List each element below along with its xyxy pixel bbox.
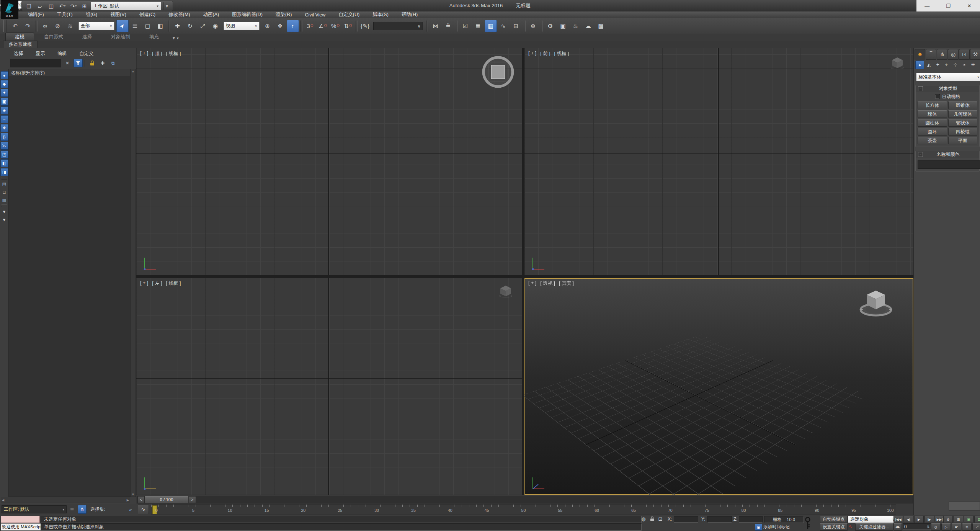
primitive-box-button[interactable]: 长方体	[918, 101, 947, 109]
panel-tab-motion[interactable]: ◎	[948, 49, 959, 60]
viewcube[interactable]	[858, 288, 893, 319]
manage-layers-button[interactable]: ≣	[472, 20, 484, 32]
ribbon-tab-selection[interactable]: 选择	[73, 33, 101, 41]
viewport-menu-icon[interactable]: [ + ]	[528, 280, 536, 287]
snap-toggle-3d[interactable]: 3Ω	[304, 20, 316, 32]
qat-customize-button[interactable]: ▾	[163, 2, 170, 10]
menu-edit[interactable]: 编辑(E)	[21, 11, 51, 18]
ribbon-tab-populate[interactable]: 填充	[140, 33, 168, 41]
menu-scripting[interactable]: 脚本(S)	[366, 11, 395, 18]
clear-search-icon[interactable]: ✕	[63, 59, 72, 67]
viewport-view-label[interactable]: [ 左 ]	[152, 280, 162, 287]
maxscript-listener-field[interactable]: 欢迎使用 MAXScript	[1, 523, 41, 531]
open-rendered-image-button[interactable]: ▩	[595, 20, 607, 32]
use-pivot-point-center-button[interactable]: ⊕	[261, 20, 274, 32]
viewport-shading-label[interactable]: [ 真实 ]	[559, 280, 574, 287]
viewport-menu-icon[interactable]: [ + ]	[528, 51, 536, 57]
viewport-perspective[interactable]: [ + ] [ 透视 ] [ 真实 ]	[524, 278, 913, 495]
ribbon-panel-polygon-modeling[interactable]: 多边形建模	[3, 41, 38, 48]
primitive-category-dropdown[interactable]: 标准基本体∨	[916, 73, 980, 81]
subtab-systems[interactable]: ✳	[969, 60, 977, 69]
macro-recorder-field[interactable]	[1, 516, 40, 523]
play-animation-button[interactable]: ▶	[914, 516, 924, 523]
select-and-manipulate-button[interactable]: ❖	[274, 20, 286, 32]
add-time-tag-button[interactable]: 添加时间标记	[763, 524, 804, 530]
primitive-pyramid-button[interactable]: 四棱锥	[948, 128, 978, 136]
display-bones-toggle[interactable]: ⋋	[0, 142, 8, 150]
application-menu-button[interactable]: MAX	[1, 0, 18, 19]
new-file-button[interactable]: ❏	[24, 2, 34, 10]
workspace-dropdown[interactable]: 工作区: 默认▾	[91, 2, 161, 10]
key-filters-button[interactable]: 关键点过滤器...	[855, 523, 893, 531]
open-file-button[interactable]: ▱	[35, 2, 45, 10]
display-groups-toggle[interactable]: ❖	[0, 124, 8, 132]
filter-combinations-button[interactable]: ▼	[1, 208, 8, 215]
primitive-tube-button[interactable]: 管状体	[948, 119, 978, 127]
rendered-frame-window-button[interactable]: ▣	[557, 20, 569, 32]
selection-filter-dropdown[interactable]: 全部∨	[78, 22, 114, 30]
viewport-top[interactable]: [ + ] [ 顶 ] [ 线框 ]	[136, 48, 522, 275]
select-object-button[interactable]: ➤	[116, 20, 129, 32]
menu-civil-view[interactable]: Civil View	[298, 11, 332, 18]
percent-snap-toggle[interactable]: %Ω	[329, 20, 341, 32]
display-none-button[interactable]: ▤	[1, 180, 8, 188]
primitive-torus-button[interactable]: 圆环	[918, 128, 947, 136]
display-xrefs-toggle[interactable]: {}	[0, 133, 8, 141]
display-spacewarps-toggle[interactable]: ≈	[0, 115, 8, 123]
undo-qat-button[interactable]: ↶▾	[57, 2, 67, 10]
collapse-icon[interactable]: −	[918, 86, 923, 91]
ribbon-tab-modeling[interactable]: 建模	[5, 33, 34, 41]
viewcube[interactable]	[498, 285, 513, 298]
keyboard-shortcut-override-toggle[interactable]: ↑	[287, 20, 299, 32]
viewport-menu-icon[interactable]: [ + ]	[140, 51, 148, 57]
pick-add-icon[interactable]: ✚	[98, 59, 107, 67]
next-frame-button[interactable]: |▶	[924, 516, 934, 523]
subtab-lights[interactable]: ✦	[934, 60, 942, 69]
panel-scroll-grip[interactable]	[949, 502, 980, 511]
explorer-column-header[interactable]: 名称(按升序排序)	[8, 69, 136, 77]
time-slider-track[interactable]	[137, 496, 913, 503]
bind-to-space-warp-button[interactable]: ≋	[64, 20, 77, 32]
go-to-start-button[interactable]: |◀◀	[893, 516, 903, 523]
scroll-up-icon[interactable]: ▲	[131, 69, 136, 74]
select-children-icon[interactable]: ⧉	[109, 59, 117, 67]
panel-tab-modify[interactable]: ⌒	[926, 49, 936, 60]
primitive-cone-button[interactable]: 圆锥体	[948, 101, 978, 109]
current-frame-field[interactable]: 0⇅	[903, 523, 931, 530]
time-configuration-button[interactable]: ◷	[931, 523, 941, 531]
selection-lock-toggle[interactable]	[648, 516, 655, 522]
application-menu-caret-icon[interactable]: ▾	[18, 7, 20, 11]
display-containers-toggle[interactable]: ◰	[0, 150, 8, 158]
next-frame-arrow[interactable]: >	[189, 496, 196, 503]
rollout-header[interactable]: − 名称和颜色	[916, 151, 979, 158]
collapse-icon[interactable]: −	[918, 152, 923, 157]
display-all-button[interactable]: □	[1, 188, 8, 196]
select-and-link-button[interactable]: ∞	[39, 20, 51, 32]
reference-coordinate-system-dropdown[interactable]: 视图∨	[224, 22, 260, 30]
explorer-horizontal-scrollbar[interactable]: ◀ ▶	[1, 497, 130, 503]
named-selection-sets-dropdown[interactable]: ∨	[373, 22, 423, 30]
panel-tab-display[interactable]: ⊡	[959, 49, 970, 60]
set-keys-key-icon[interactable]	[805, 516, 811, 531]
select-by-name-button[interactable]: ☰	[129, 20, 141, 32]
menu-rendering[interactable]: 渲染(R)	[269, 11, 298, 18]
viewport-view-label[interactable]: [ 前 ]	[540, 51, 550, 57]
display-helpers-toggle[interactable]: ◈	[0, 106, 8, 114]
primitive-cylinder-button[interactable]: 圆柱体	[918, 119, 947, 127]
viewport-shading-label[interactable]: [ 线框 ]	[166, 51, 181, 57]
explorer-menu-display[interactable]: 显示	[30, 50, 51, 58]
menu-customize[interactable]: 自定义(U)	[332, 11, 366, 18]
viewport-shading-label[interactable]: [ 线框 ]	[554, 51, 569, 57]
time-tag-icon[interactable]: ▣	[755, 524, 762, 531]
workspace-dropdown-footer[interactable]: 工作区: 默认▾	[2, 505, 67, 513]
toolbar-grip[interactable]	[3, 20, 7, 32]
display-hidden-toggle[interactable]: ◨	[0, 168, 8, 176]
autogrid-checkbox[interactable]	[935, 94, 940, 99]
zoom-all-button[interactable]: ⊞	[954, 516, 963, 523]
menu-group[interactable]: 组(G)	[79, 11, 104, 18]
viewport-menu-icon[interactable]: [ + ]	[140, 280, 148, 287]
filter-settings-button[interactable]: ▼	[1, 216, 8, 223]
redo-button[interactable]: ↷	[22, 20, 34, 32]
primitive-plane-button[interactable]: 平面	[948, 137, 978, 144]
x-coordinate-field[interactable]	[674, 516, 698, 523]
